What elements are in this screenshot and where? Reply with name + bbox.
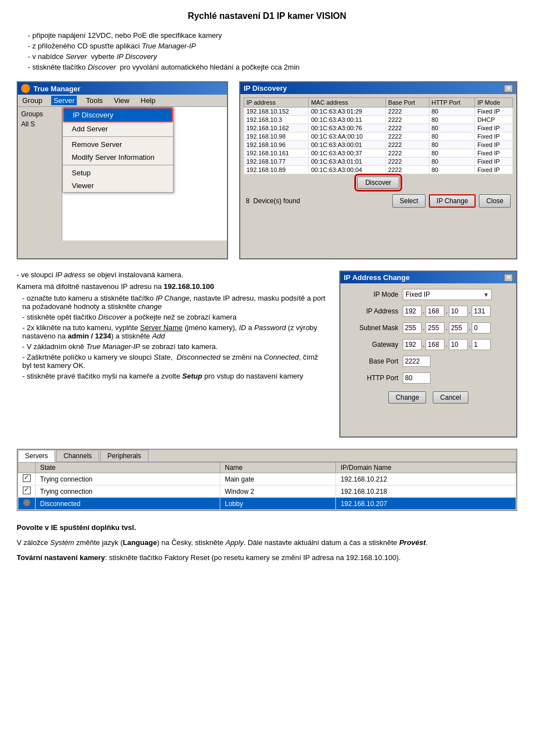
subnet-octet4[interactable] [472,322,491,333]
ip-address-octet2[interactable] [426,306,444,317]
middle-text-panel: - ve sloupci IP adress se objeví instalo… [17,271,328,382]
http-port-input[interactable] [403,372,431,384]
gateway-octet1[interactable] [403,339,422,350]
ip-change-close-icon[interactable]: ✕ [504,274,513,282]
ip-row-4-mac: 00:1C:63:AA:00:10 [309,132,386,141]
footer-section: Povolte v IE spuštění doplňku tvsl. V zá… [17,522,517,563]
server-row-1-ip: 192.168.10.212 [336,473,516,485]
tab-channels[interactable]: Channels [56,450,99,462]
servers-table: State Name IP/Domain Name Trying connect… [18,462,516,510]
select-arrow-icon: ▼ [483,292,489,298]
close-button[interactable]: Close [479,194,511,208]
menu-item-modify-server[interactable]: Modify Server Information [63,151,173,164]
ip-row-2-ip: 192.168.10.3 [244,116,309,124]
ip-table-row-8: 192.168.10.89 00:1C:63:A3:00:04 2222 80 … [244,166,513,174]
ip-change-buttons: Change Cancel [348,391,508,404]
footer-line1: Povolte v IE spuštění doplňku tvsl. [17,522,517,534]
ip-discovery-content: IP address MAC address Base Port HTTP Po… [240,94,516,213]
row-icon-3 [23,499,31,507]
menu-tools[interactable]: Tools [83,96,105,105]
ip-row-5-ip: 192.168.10.96 [244,141,309,149]
ip-row-7-ip: 192.168.10.77 [244,158,309,166]
menu-help[interactable]: Help [139,96,158,105]
server-row-2-ip: 192.168.10.218 [336,485,516,498]
intro-item-3: v nabídce Server vyberte IP Discovery [28,52,517,61]
ip-row-6-mode: Fixed IP [475,149,513,158]
menu-server[interactable]: Server [51,96,77,105]
form-row-http-port: HTTP Port [348,372,508,384]
menu-view[interactable]: View [112,96,132,105]
select-button[interactable]: Select [392,194,425,208]
server-row-1: Trying connection Main gate 192.168.10.2… [18,473,516,485]
gateway-octet4[interactable] [472,339,491,350]
http-port-label: HTTP Port [348,374,398,382]
ip-row-8-mode: Fixed IP [475,166,513,174]
true-manager-menubar: Group Server Tools View Help [18,95,227,107]
col-http-port: HTTP Port [429,98,475,107]
intro-item-2: z přiloženého CD spusťte aplikaci True M… [28,42,517,50]
cancel-button[interactable]: Cancel [433,391,468,404]
server-dropdown-menu: IP Discovery Add Server Remove Server Mo… [62,107,174,193]
menu-item-setup[interactable]: Setup [63,166,173,179]
check-icon-1 [23,474,31,482]
form-row-gateway: Gateway . . . [348,339,508,350]
gateway-octet2[interactable] [426,339,444,350]
discover-button[interactable]: Discover [357,176,400,189]
server-row-2: Trying connection Window 2 192.168.10.21… [18,485,516,498]
ip-row-8-mac: 00:1C:63:A3:00:04 [309,166,386,174]
all-s-label: All S [20,119,60,129]
ip-row-3-mac: 00:1C:63:A3:00:76 [309,124,386,132]
bullet-3: 2x klikněte na tuto kameru, vyplňte Serv… [22,323,328,340]
gateway-octet3[interactable] [449,339,468,350]
ip-row-2-base-port: 2222 [385,116,429,124]
ip-table-row-1: 192.168.10.152 00:1C:63:A3:01:29 2222 80… [244,107,513,116]
ip-row-3-mode: Fixed IP [475,124,513,132]
true-manager-content: Groups All S IP Discovery Add Server Rem… [18,107,227,240]
ip-address-octet4[interactable] [472,306,491,317]
menu-item-viewer[interactable]: Viewer [63,179,173,192]
bullet-5: Zaškrtněte políčko u kamery ve sloupci S… [22,353,328,370]
server-row-3: Disconnected Lobby 192.168.10.207 [18,498,516,510]
server-row-1-state: Trying connection [36,473,220,485]
ip-mode-select[interactable]: Fixed IP ▼ [403,289,492,300]
ip-row-1-mode: Fixed IP [475,107,513,116]
base-port-input[interactable] [403,356,431,367]
server-row-1-name: Main gate [220,473,336,485]
true-manager-logo-icon [21,84,30,93]
ip-discovery-close-icon[interactable]: ✕ [504,85,513,92]
ip-table-row-3: 192.168.10.162 00:1C:63:A3:00:76 2222 80… [244,124,513,132]
ip-row-5-http-port: 80 [429,141,475,149]
ip-row-7-http-port: 80 [429,158,475,166]
subnet-octet1[interactable] [403,322,422,333]
col-check [18,463,36,473]
ip-discovery-titlebar: IP Discovery ✕ [240,82,516,94]
tab-peripherals[interactable]: Peripherals [100,450,149,462]
ip-table-row-6: 192.168.10.161 00:1C:63:A3:00:37 2222 80… [244,149,513,158]
ip-row-3-base-port: 2222 [385,124,429,132]
server-row-2-name: Window 2 [220,485,336,498]
ip-row-4-http-port: 80 [429,132,475,141]
tab-servers[interactable]: Servers [18,450,55,462]
menu-item-remove-server[interactable]: Remove Server [63,138,173,151]
col-ip-domain: IP/Domain Name [336,463,516,473]
ip-row-3-http-port: 80 [429,124,475,132]
form-row-ip-mode: IP Mode Fixed IP ▼ [348,289,508,300]
ip-address-octet3[interactable] [449,306,468,317]
subnet-mask-value: . . . [403,322,491,333]
col-ip-mode: IP Mode [475,98,513,107]
subnet-octet2[interactable] [426,322,444,333]
ip-row-4-mode: Fixed IP [475,132,513,141]
ip-address-octet1[interactable] [403,306,422,317]
change-button[interactable]: Change [388,391,426,404]
ip-change-button[interactable]: IP Change [429,194,476,208]
subnet-octet3[interactable] [449,322,468,333]
server-row-3-name: Lobby [220,498,336,510]
ip-change-title: IP Address Change [344,273,409,282]
ip-row-7-mac: 00:1C:63:A3:01:01 [309,158,386,166]
true-manager-right-panel: IP Discovery Add Server Remove Server Mo… [62,107,227,240]
middle-para1: Kamera má difoltně nastavenou IP adresu … [17,282,328,291]
menu-item-ip-discovery[interactable]: IP Discovery [63,107,173,122]
menu-item-add-server[interactable]: Add Server [63,122,173,135]
menu-group[interactable]: Group [20,96,44,105]
col-state: State [36,463,220,473]
